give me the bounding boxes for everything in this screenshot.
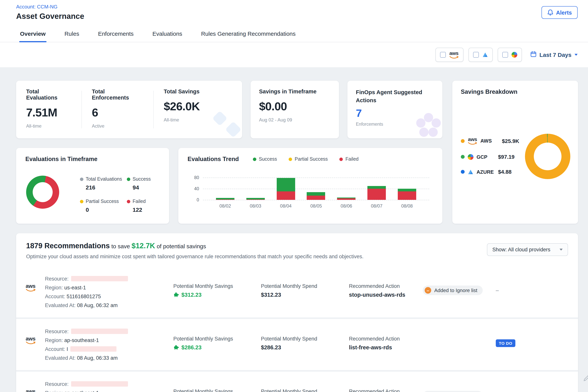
legend-dot [80, 177, 84, 181]
checkbox-aws[interactable] [440, 52, 446, 58]
summary-stats-card: Total Evaluations7.51MAll-timeTotal Enfo… [16, 81, 242, 138]
legend-dot [461, 155, 465, 159]
trend-bar-08-03 [244, 171, 267, 200]
y-tick-label: 80 [188, 175, 199, 180]
savings-breakdown-legend: awsAWS$25.9KGCP$97.19AZURE$4.88 [461, 137, 526, 175]
bar-segment-failed [398, 192, 416, 200]
legend-dot [253, 158, 256, 161]
trend-bar-08-05 [304, 171, 328, 200]
edit-pencil-icon[interactable] [582, 374, 588, 384]
checkbox-azure[interactable] [473, 52, 479, 58]
ignore-status-pill[interactable]: –Added to Ignore list [423, 391, 483, 392]
evaluated-at-value: 08 Aug, 06:32 am [76, 302, 118, 308]
stat-total-enforcements: Total Enforcements6Active [82, 88, 153, 131]
date-range-label: Last 7 Days [540, 52, 572, 58]
alerts-button[interactable]: Alerts [542, 6, 578, 19]
tab-rules-generating-recommendations[interactable]: Rules Generating Recommendations [200, 24, 296, 42]
resource-label: Resource: [45, 381, 68, 387]
savings-value: $312.23 [173, 292, 261, 298]
tab-overview[interactable]: Overview [19, 24, 46, 42]
stat-subtitle: Aug 02 - Aug 09 [259, 117, 330, 122]
legend-dot [461, 170, 465, 174]
todo-badge: TO DO [496, 339, 515, 347]
provider-savings-value: $97.19 [498, 154, 514, 160]
provider-name: AWS [480, 138, 499, 144]
spend-value: $286.23 [261, 344, 349, 350]
legend-dot [127, 200, 130, 203]
evaluations-trend-chart: 0408008/0208/0308/0408/0508/0608/0708/08 [188, 171, 432, 211]
evaluated-at-label: Evaluated At: [45, 302, 76, 308]
stat-title: Total Enforcements [92, 88, 143, 101]
provider-filter-gcp[interactable] [498, 48, 522, 62]
tab-enforcements[interactable]: Enforcements [97, 24, 134, 42]
provider-filter-aws[interactable]: aws [435, 48, 463, 62]
provider-name: GCP [476, 154, 495, 160]
tab-evaluations[interactable]: Evaluations [152, 24, 183, 42]
x-tick-label: 08/02 [214, 203, 237, 209]
card-title: Evaluations Trend [188, 156, 239, 162]
bell-icon [547, 9, 554, 16]
stat-total-evaluations: Total Evaluations7.51MAll-time [16, 88, 82, 131]
recommendations-card: 1879 Recommendations to save $12.7K of p… [16, 233, 578, 392]
checkbox-gcp[interactable] [502, 52, 508, 58]
region-value: ap-southeast-1 [63, 338, 99, 343]
legend-dot [127, 177, 130, 181]
region-label: Region: [45, 285, 63, 290]
action-column-label: Recommended Action [349, 388, 423, 392]
date-range-select[interactable]: Last 7 Days [530, 51, 578, 58]
spend-value: $312.23 [261, 292, 349, 298]
account-value: I [65, 346, 68, 352]
savings-breakdown-donut [525, 134, 570, 179]
account-label: Account: [45, 294, 65, 300]
y-tick-label: 40 [188, 186, 199, 191]
cloud-provider-filter-dropdown[interactable]: Show: All cloud providers [487, 243, 568, 256]
gridline [203, 200, 429, 200]
legend-dot [461, 139, 465, 143]
ignore-status-pill[interactable]: –Added to Ignore list [423, 286, 483, 295]
recommendation-row: awsResource:Region: us-east-1Account: 51… [16, 266, 578, 318]
stat-title: Savings in Timeframe [259, 88, 330, 94]
action-column-label: Recommended Action [349, 336, 423, 342]
azure-icon [468, 169, 474, 174]
finops-agent-card: FinOps Agent Suggested Actions 7 Enforce… [348, 81, 442, 138]
trend-bar-08-02 [214, 171, 237, 200]
account-value: 511616801275 [65, 294, 101, 300]
header: Account: CCM-NG Asset Governance Alerts [0, 0, 588, 24]
chevron-down-icon [560, 249, 563, 250]
stat-subtitle: Active [92, 123, 143, 129]
legend-dot [288, 158, 292, 161]
eval-legend-partial-success: Partial Success0 [80, 199, 121, 213]
redacted-resource [71, 381, 128, 386]
savings-breakdown-card: Savings Breakdown awsAWS$25.9KGCP$97.19A… [452, 81, 578, 224]
provider-filter-azure[interactable] [468, 48, 492, 62]
chevron-down-icon [574, 54, 578, 56]
tab-rules[interactable]: Rules [64, 24, 80, 42]
legend-label: Failed [346, 156, 358, 162]
account-link[interactable]: Account: CCM-NG [16, 4, 84, 10]
eval-legend-total-evaluations: Total Evaluations216 [80, 176, 121, 190]
stat-value: $26.0K [164, 100, 200, 113]
bar-segment-success [216, 198, 234, 200]
eval-legend-success: Success94 [127, 176, 168, 190]
legend-label: Partial Success [86, 199, 119, 204]
aws-icon: aws [468, 137, 477, 145]
redacted-resource [71, 328, 128, 334]
trend-bar-08-08 [396, 171, 418, 200]
redacted-resource [71, 276, 128, 281]
evaluated-at-value: 08 Aug, 06:33 am [76, 355, 118, 361]
calendar-icon [530, 51, 536, 58]
trend-bar-08-07 [365, 171, 388, 200]
stat-total-savings: Total Savings$26.0KAll-time [154, 88, 210, 131]
evaluations-donut [26, 176, 59, 209]
provider-name: AZURE [476, 169, 495, 175]
stat-value: 7 [356, 107, 434, 120]
spend-column-label: Potential Monthly Spend [261, 283, 349, 289]
spend-column-label: Potential Monthly Spend [261, 336, 349, 342]
savings-legend-item-aws: awsAWS$25.9K [461, 137, 526, 145]
legend-label: Partial Success [295, 156, 328, 162]
region-label: Region: [45, 390, 63, 392]
minus-icon: – [425, 287, 431, 294]
gcp-icon [468, 154, 474, 160]
trend-bar-08-06 [335, 171, 358, 200]
legend-dot [339, 158, 343, 161]
